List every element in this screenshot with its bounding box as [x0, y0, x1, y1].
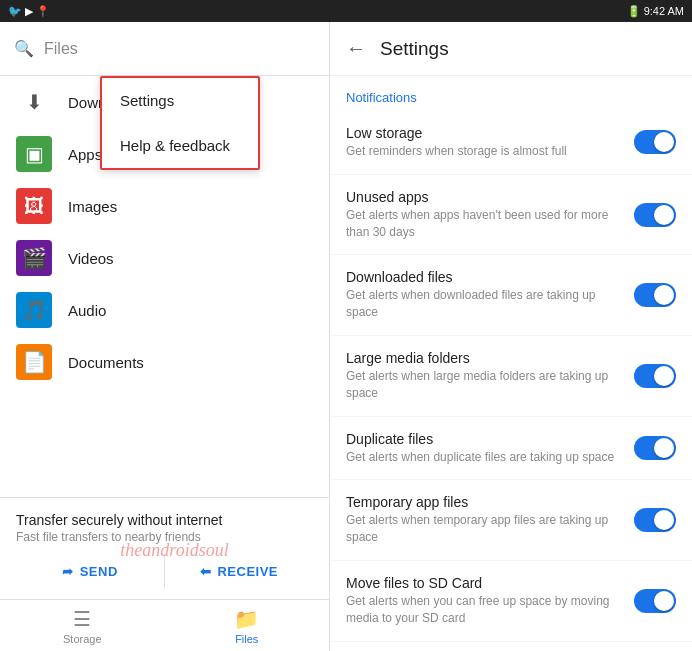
setting-desc-downloaded-files: Get alerts when downloaded files are tak…: [346, 287, 622, 321]
search-placeholder[interactable]: Files: [44, 40, 78, 58]
setting-large-media: Large media folders Get alerts when larg…: [330, 336, 692, 417]
setting-text-low-storage: Low storage Get reminders when storage i…: [346, 125, 622, 160]
dropdown-menu: Settings Help & feedback: [100, 76, 260, 170]
videos-label: Videos: [68, 250, 114, 267]
setting-text-temp-app-files: Temporary app files Get alerts when temp…: [346, 494, 622, 546]
settings-content: Notifications Low storage Get reminders …: [330, 76, 692, 651]
toggle-duplicate-files[interactable]: [634, 436, 676, 460]
files-label: Files: [235, 633, 258, 645]
bottom-nav-files[interactable]: 📁 Files: [165, 600, 330, 651]
right-header: ← Settings: [330, 22, 692, 76]
setting-title-large-media: Large media folders: [346, 350, 622, 366]
receive-icon: ⬅: [200, 564, 212, 579]
toggle-knob-large-media: [654, 366, 674, 386]
setting-desc-move-to-sd: Get alerts when you can free up space by…: [346, 593, 622, 627]
left-panel: 🔍 Files Settings Help & feedback ⬇ Downl…: [0, 22, 330, 651]
location-icon: 📍: [36, 5, 50, 18]
downloads-icon: ⬇: [16, 84, 52, 120]
toggle-unused-apps[interactable]: [634, 203, 676, 227]
setting-downloaded-files: Downloaded files Get alerts when downloa…: [330, 255, 692, 336]
images-label: Images: [68, 198, 117, 215]
sidebar-item-videos[interactable]: 🎬 Videos: [0, 232, 329, 284]
storage-label: Storage: [63, 633, 102, 645]
transfer-title: Transfer securely without internet: [16, 512, 313, 528]
status-time: 9:42 AM: [644, 5, 684, 17]
apps-icon: ▣: [16, 136, 52, 172]
setting-title-low-storage: Low storage: [346, 125, 622, 141]
toggle-low-storage[interactable]: [634, 130, 676, 154]
audio-label: Audio: [68, 302, 106, 319]
setting-text-duplicate-files: Duplicate files Get alerts when duplicat…: [346, 431, 622, 466]
settings-title: Settings: [380, 38, 449, 60]
toggle-large-media[interactable]: [634, 364, 676, 388]
setting-desc-low-storage: Get reminders when storage is almost ful…: [346, 143, 622, 160]
play-icon: ▶: [25, 5, 33, 18]
setting-unused-apps: Unused apps Get alerts when apps haven't…: [330, 175, 692, 256]
transfer-section: Transfer securely without internet Fast …: [0, 497, 329, 599]
toggle-downloaded-files[interactable]: [634, 283, 676, 307]
images-icon: 🖼: [16, 188, 52, 224]
search-bar: 🔍 Files: [0, 22, 329, 76]
setting-desc-temp-app-files: Get alerts when temporary app files are …: [346, 512, 622, 546]
setting-text-downloaded-files: Downloaded files Get alerts when downloa…: [346, 269, 622, 321]
transfer-buttons: ➦ SEND ⬅ RECEIVE: [16, 554, 313, 589]
transfer-subtitle: Fast file transfers to nearby friends: [16, 530, 313, 544]
twitter-icon: 🐦: [8, 5, 22, 18]
toggle-knob-low-storage: [654, 132, 674, 152]
setting-title-move-to-sd: Move files to SD Card: [346, 575, 622, 591]
toggle-temp-app-files[interactable]: [634, 508, 676, 532]
setting-title-duplicate-files: Duplicate files: [346, 431, 622, 447]
setting-title-downloaded-files: Downloaded files: [346, 269, 622, 285]
files-icon: 📁: [234, 607, 259, 631]
status-bar-left: 🐦 ▶ 📍: [8, 5, 50, 18]
setting-text-large-media: Large media folders Get alerts when larg…: [346, 350, 622, 402]
setting-title-temp-app-files: Temporary app files: [346, 494, 622, 510]
toggle-knob-downloaded-files: [654, 285, 674, 305]
toggle-knob-move-to-sd: [654, 591, 674, 611]
send-button[interactable]: ➦ SEND: [16, 554, 164, 589]
bottom-nav: ☰ Storage 📁 Files: [0, 599, 329, 651]
right-panel: ← Settings Notifications Low storage Get…: [330, 22, 692, 651]
setting-duplicate-files: Duplicate files Get alerts when duplicat…: [330, 417, 692, 481]
status-bar-right: 🔋 9:42 AM: [627, 5, 684, 18]
toggle-move-to-sd[interactable]: [634, 589, 676, 613]
toggle-knob-temp-app-files: [654, 510, 674, 530]
videos-icon: 🎬: [16, 240, 52, 276]
send-icon: ➦: [62, 564, 74, 579]
setting-title-unused-apps: Unused apps: [346, 189, 622, 205]
send-label: SEND: [80, 564, 118, 579]
search-icon: 🔍: [14, 39, 34, 58]
setting-temp-app-files: Temporary app files Get alerts when temp…: [330, 480, 692, 561]
battery-icon: 🔋: [627, 5, 641, 18]
toggle-knob-unused-apps: [654, 205, 674, 225]
setting-text-unused-apps: Unused apps Get alerts when apps haven't…: [346, 189, 622, 241]
sidebar-item-audio[interactable]: 🎵 Audio: [0, 284, 329, 336]
notifications-section-label: Notifications: [330, 76, 692, 111]
documents-label: Documents: [68, 354, 144, 371]
setting-move-to-sd: Move files to SD Card Get alerts when yo…: [330, 561, 692, 642]
sidebar-item-images[interactable]: 🖼 Images: [0, 180, 329, 232]
help-feedback-menu-item[interactable]: Help & feedback: [102, 123, 258, 168]
setting-text-move-to-sd: Move files to SD Card Get alerts when yo…: [346, 575, 622, 627]
bottom-nav-storage[interactable]: ☰ Storage: [0, 600, 165, 651]
status-bar: 🐦 ▶ 📍 🔋 9:42 AM: [0, 0, 692, 22]
setting-desc-large-media: Get alerts when large media folders are …: [346, 368, 622, 402]
documents-icon: 📄: [16, 344, 52, 380]
apps-label: Apps: [68, 146, 102, 163]
settings-menu-item[interactable]: Settings: [102, 78, 258, 123]
main-area: 🔍 Files Settings Help & feedback ⬇ Downl…: [0, 22, 692, 651]
setting-desc-duplicate-files: Get alerts when duplicate files are taki…: [346, 449, 622, 466]
setting-low-storage: Low storage Get reminders when storage i…: [330, 111, 692, 175]
back-button[interactable]: ←: [346, 37, 366, 60]
storage-icon: ☰: [73, 607, 91, 631]
setting-desc-unused-apps: Get alerts when apps haven't been used f…: [346, 207, 622, 241]
receive-button[interactable]: ⬅ RECEIVE: [165, 554, 313, 589]
receive-label: RECEIVE: [217, 564, 278, 579]
sidebar-item-documents[interactable]: 📄 Documents: [0, 336, 329, 388]
audio-icon: 🎵: [16, 292, 52, 328]
toggle-knob-duplicate-files: [654, 438, 674, 458]
